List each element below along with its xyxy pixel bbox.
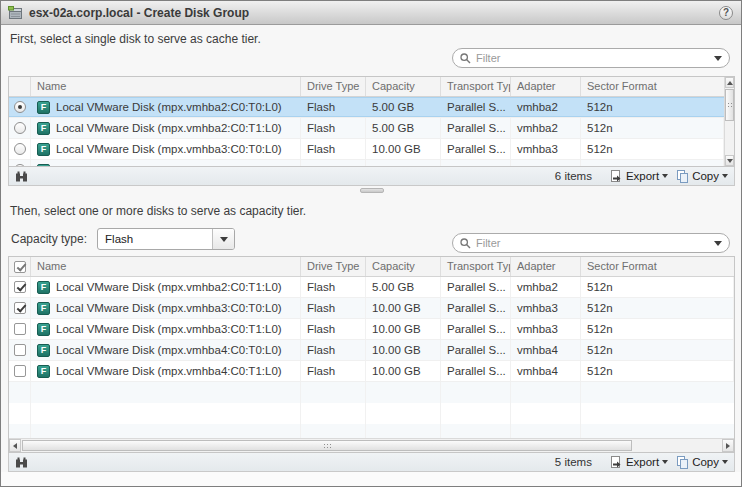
disk-checkbox[interactable] [14, 365, 26, 377]
export-button[interactable]: Export [610, 456, 668, 469]
drive-type-value: Flash [301, 139, 366, 159]
column-header-name[interactable]: Name [31, 77, 301, 96]
export-button[interactable]: Export [610, 170, 668, 183]
flash-disk-icon: F [37, 365, 50, 378]
table-row[interactable]: FLocal VMware Disk (mpx.vmhba2:C0:T1:L0)… [9, 277, 734, 298]
help-icon[interactable]: ? [719, 6, 733, 20]
scroll-up-button[interactable] [725, 77, 734, 88]
column-header-name[interactable]: Name [31, 257, 301, 276]
host-icon [8, 6, 23, 20]
cache-table-footer: 6 items Export Copy [8, 167, 735, 186]
horizontal-scrollbar[interactable] [9, 438, 734, 452]
capacity-type-select[interactable]: Flash [97, 228, 235, 250]
column-header-transport-type[interactable]: Transport Type [441, 77, 511, 96]
capacity-value: 10.00 GB [366, 361, 441, 381]
capacity-value: 10.00 GB [366, 160, 441, 167]
select-all-checkbox[interactable] [14, 261, 26, 273]
drive-type-value: Flash [301, 361, 366, 381]
transport-type-value: Parallel S... [441, 277, 511, 297]
cache-filter-input[interactable] [476, 52, 714, 64]
column-header-sector-format[interactable]: Sector Format [581, 77, 724, 96]
capacity-filter-box[interactable] [452, 233, 730, 253]
cache-filter-box[interactable] [452, 48, 730, 68]
radio-column-header [9, 77, 31, 96]
column-header-transport-type[interactable]: Transport Type [441, 257, 511, 276]
disk-name-cell: FLocal VMware Disk (mpx.vmhba3:C0:T1:L0) [31, 160, 301, 167]
select-all-column-header [9, 257, 31, 276]
copy-button[interactable]: Copy [676, 456, 728, 469]
capacity-value: 5.00 GB [366, 97, 441, 117]
disk-checkbox[interactable] [14, 344, 26, 356]
disk-checkbox[interactable] [14, 323, 26, 335]
transport-type-value: Parallel S... [441, 118, 511, 138]
capacity-filter-input[interactable] [476, 237, 714, 249]
find-icon[interactable] [15, 457, 28, 468]
sector-format-value: 512n [581, 160, 724, 167]
copy-caret-icon [722, 174, 728, 178]
column-header-drive-type[interactable]: Drive Type [301, 257, 366, 276]
column-header-adapter[interactable]: Adapter [511, 257, 581, 276]
sector-format-value: 512n [581, 319, 734, 339]
capacity-value: 10.00 GB [366, 298, 441, 318]
table-row[interactable]: FLocal VMware Disk (mpx.vmhba4:C0:T1:L0)… [9, 361, 734, 382]
export-icon [610, 456, 623, 469]
filter-dropdown-caret-icon[interactable] [714, 56, 722, 61]
export-caret-icon [662, 174, 668, 178]
scroll-left-button[interactable] [9, 439, 21, 452]
disk-radio-button[interactable] [14, 143, 26, 155]
table-row[interactable]: FLocal VMware Disk (mpx.vmhba4:C0:T0:L0)… [9, 340, 734, 361]
scrollbar-thumb[interactable] [22, 440, 632, 451]
disk-radio-button[interactable] [14, 101, 26, 113]
select-dropdown-button[interactable] [212, 229, 234, 249]
transport-type-value: Parallel S... [441, 160, 511, 167]
filter-dropdown-caret-icon[interactable] [714, 241, 722, 246]
disk-checkbox[interactable] [14, 281, 26, 293]
sector-format-value: 512n [581, 340, 734, 360]
pane-splitter-handle[interactable] [360, 188, 384, 193]
scroll-down-button[interactable] [725, 155, 734, 166]
column-header-capacity[interactable]: Capacity [366, 77, 441, 96]
capacity-value: 5.00 GB [366, 277, 441, 297]
disk-radio-button[interactable] [14, 122, 26, 134]
vertical-scrollbar[interactable] [724, 77, 734, 166]
drive-type-value: Flash [301, 298, 366, 318]
drive-type-value: Flash [301, 340, 366, 360]
capacity-items-count: 5 items [555, 456, 592, 468]
table-row[interactable]: FLocal VMware Disk (mpx.vmhba2:C0:T0:L0)… [9, 97, 724, 118]
transport-type-value: Parallel S... [441, 139, 511, 159]
adapter-value: vmhba4 [511, 340, 581, 360]
table-row[interactable]: FLocal VMware Disk (mpx.vmhba2:C0:T1:L0)… [9, 118, 724, 139]
dialog-titlebar: esx-02a.corp.local - Create Disk Group ? [1, 1, 741, 25]
drive-type-value: Flash [301, 160, 366, 167]
row-selector-cell [9, 97, 31, 117]
disk-name: Local VMware Disk (mpx.vmhba3:C0:T0:L0) [56, 143, 282, 155]
flash-disk-icon: F [37, 101, 50, 114]
scroll-right-button[interactable] [722, 439, 734, 452]
table-row[interactable]: FLocal VMware Disk (mpx.vmhba3:C0:T1:L0)… [9, 160, 724, 167]
column-header-sector-format[interactable]: Sector Format [581, 257, 734, 276]
disk-name: Local VMware Disk (mpx.vmhba2:C0:T1:L0) [56, 281, 282, 293]
capacity-value: 5.00 GB [366, 118, 441, 138]
scrollbar-thumb[interactable] [725, 89, 734, 121]
column-header-drive-type[interactable]: Drive Type [301, 77, 366, 96]
table-row[interactable]: FLocal VMware Disk (mpx.vmhba3:C0:T0:L0)… [9, 298, 734, 319]
disk-checkbox[interactable] [14, 302, 26, 314]
adapter-value: vmhba2 [511, 118, 581, 138]
drive-type-value: Flash [301, 118, 366, 138]
table-row[interactable]: FLocal VMware Disk (mpx.vmhba3:C0:T0:L0)… [9, 139, 724, 160]
row-selector-cell [9, 361, 31, 381]
sector-format-value: 512n [581, 298, 734, 318]
dialog-bottom-strip [1, 472, 741, 486]
copy-button[interactable]: Copy [676, 170, 728, 183]
disk-name-cell: FLocal VMware Disk (mpx.vmhba2:C0:T1:L0) [31, 277, 301, 297]
row-selector-cell [9, 319, 31, 339]
column-header-capacity[interactable]: Capacity [366, 257, 441, 276]
flash-disk-icon: F [37, 122, 50, 135]
table-row[interactable]: FLocal VMware Disk (mpx.vmhba3:C0:T1:L0)… [9, 319, 734, 340]
dialog-title: esx-02a.corp.local - Create Disk Group [29, 6, 249, 20]
column-header-adapter[interactable]: Adapter [511, 77, 581, 96]
cache-tier-instruction: First, select a single disk to serve as … [10, 32, 261, 46]
find-icon[interactable] [15, 171, 28, 182]
flash-disk-icon: F [37, 302, 50, 315]
row-selector-cell [9, 139, 31, 159]
